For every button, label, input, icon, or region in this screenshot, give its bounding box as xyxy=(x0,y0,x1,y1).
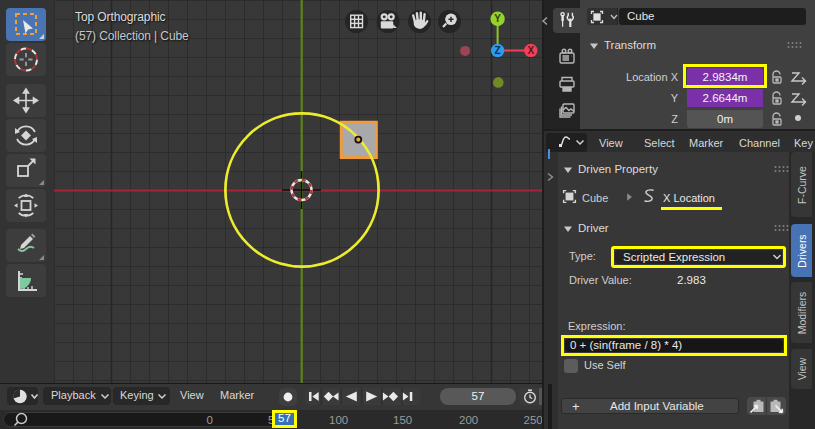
svg-text:Z: Z xyxy=(495,45,501,56)
svg-text:X: X xyxy=(527,45,534,56)
svg-text:Y: Y xyxy=(494,13,501,24)
